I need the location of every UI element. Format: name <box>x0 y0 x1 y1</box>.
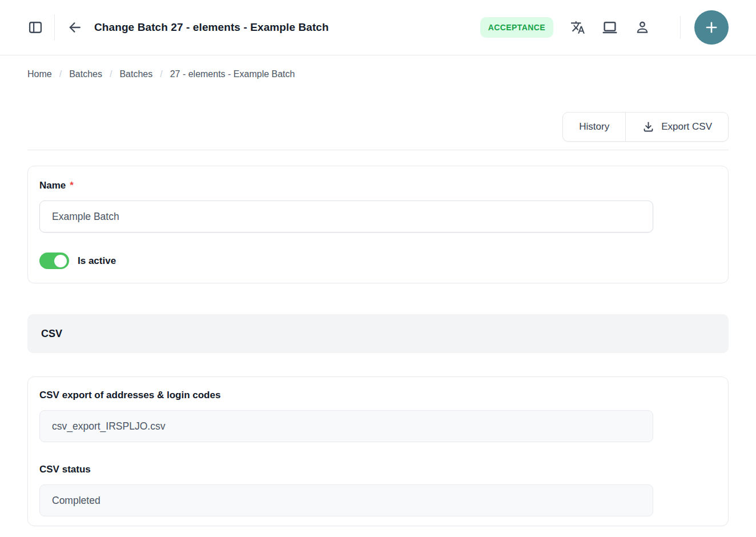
breadcrumb-separator: / <box>110 69 112 79</box>
download-icon <box>642 121 655 134</box>
csv-status-label-text: CSV status <box>39 464 91 475</box>
main-fieldset-card: Name * Is active <box>27 166 729 283</box>
name-label-text: Name <box>39 180 66 191</box>
device-theme-button[interactable] <box>601 19 618 36</box>
section-divider <box>27 150 729 150</box>
is-active-row: Is active <box>39 253 717 269</box>
breadcrumb-separator: / <box>160 69 162 79</box>
export-csv-button-label: Export CSV <box>661 121 712 133</box>
csv-export-readonly-field <box>39 410 653 442</box>
breadcrumb-batches-model[interactable]: Batches <box>119 69 152 79</box>
object-tools-group: History Export CSV <box>562 112 729 142</box>
person-icon <box>634 19 650 35</box>
object-tools-row: History Export CSV <box>27 112 729 142</box>
breadcrumb-separator: / <box>59 69 62 79</box>
add-new-button[interactable] <box>694 10 729 45</box>
csv-status-group: CSV status <box>39 464 717 516</box>
history-button[interactable]: History <box>563 113 625 141</box>
toggle-knob <box>54 255 67 267</box>
sidebar-toggle-icon <box>27 19 43 35</box>
csv-fieldset-card: CSV export of addresses & login codes CS… <box>27 376 729 526</box>
sidebar-toggle-button[interactable] <box>27 19 43 35</box>
csv-section-header: CSV <box>27 314 729 353</box>
laptop-icon <box>601 19 618 36</box>
breadcrumb-current-object: 27 - elements - Example Batch <box>170 69 295 79</box>
back-button[interactable] <box>67 19 83 35</box>
header-divider <box>54 14 55 41</box>
top-bar: Change Batch 27 - elements - Example Bat… <box>0 0 756 55</box>
account-button[interactable] <box>634 19 650 35</box>
csv-section-title: CSV <box>41 328 62 340</box>
is-active-toggle[interactable] <box>39 253 69 269</box>
export-csv-button[interactable]: Export CSV <box>625 113 728 141</box>
csv-export-label-text: CSV export of addresses & login codes <box>39 390 220 401</box>
csv-export-label: CSV export of addresses & login codes <box>39 390 717 401</box>
header-divider <box>680 16 681 39</box>
page-title: Change Batch 27 - elements - Example Bat… <box>94 21 329 34</box>
main-content: Home / Batches / Batches / 27 - elements… <box>0 69 756 526</box>
topbar-actions: ACCEPTANCE <box>480 10 729 45</box>
plus-icon <box>703 19 720 36</box>
arrow-left-icon <box>67 19 83 35</box>
history-button-label: History <box>579 121 609 133</box>
is-active-label: Is active <box>78 255 116 267</box>
breadcrumb: Home / Batches / Batches / 27 - elements… <box>27 69 729 79</box>
name-input[interactable] <box>39 201 653 233</box>
environment-badge: ACCEPTANCE <box>480 17 553 38</box>
name-field-label: Name * <box>39 180 717 191</box>
csv-status-label: CSV status <box>39 464 717 475</box>
csv-status-readonly-field <box>39 484 653 516</box>
breadcrumb-batches-app[interactable]: Batches <box>69 69 102 79</box>
translate-icon <box>570 20 585 35</box>
csv-export-group: CSV export of addresses & login codes <box>39 390 717 442</box>
required-asterisk: * <box>70 180 74 191</box>
breadcrumb-home[interactable]: Home <box>27 69 52 79</box>
language-switcher-button[interactable] <box>570 20 585 35</box>
